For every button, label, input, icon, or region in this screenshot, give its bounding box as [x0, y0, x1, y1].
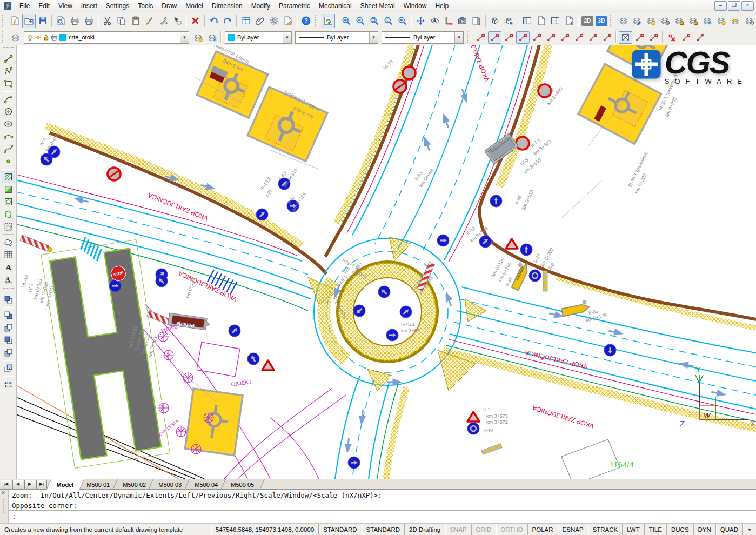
menu-window[interactable]: Window: [399, 1, 431, 11]
snap-none-button[interactable]: [619, 31, 632, 44]
menu-draw[interactable]: Draw: [157, 1, 181, 11]
redo-button[interactable]: [221, 14, 235, 28]
snap-intersection-button[interactable]: [633, 31, 646, 44]
toggle-ducs[interactable]: DUCS: [666, 524, 693, 535]
layer-combo-dropdown[interactable]: ▼: [180, 32, 189, 43]
hatch-button[interactable]: [2, 171, 15, 183]
command-panel-close-icon[interactable]: ✕: [1, 490, 5, 496]
tab-first-button[interactable]: |◀: [1, 480, 11, 489]
snap-center-button[interactable]: [516, 31, 530, 44]
minimize-button[interactable]: –: [714, 1, 727, 11]
layer-freeze-button[interactable]: [700, 14, 714, 28]
copy-button[interactable]: [115, 14, 128, 28]
toggle-grid[interactable]: GRID: [471, 524, 496, 535]
match-properties-button[interactable]: [143, 14, 156, 28]
snap-insertion-button[interactable]: [586, 31, 600, 44]
badge-2d-button[interactable]: 2D: [580, 14, 594, 28]
snap-parallel-button[interactable]: [544, 31, 558, 44]
bring-above-button[interactable]: [2, 322, 15, 334]
toolbar-grip[interactable]: [2, 15, 6, 27]
snap-nearest-button[interactable]: [474, 31, 487, 44]
paste-button[interactable]: [129, 14, 142, 28]
open-button[interactable]: [22, 14, 36, 28]
send-to-back-button[interactable]: [2, 309, 15, 322]
tab-next-button[interactable]: ▶: [24, 480, 35, 489]
toggle-lwt[interactable]: LWT: [622, 524, 644, 535]
cut-button[interactable]: [101, 14, 114, 28]
set-layer-by-entity-button[interactable]: [191, 31, 205, 44]
toggle-strack[interactable]: STRACK: [588, 524, 623, 535]
cad-drawing[interactable]: Y X Z W STOP III-85.1 (osvetljen)km 3+48…: [16, 45, 756, 479]
camera-button[interactable]: [456, 14, 470, 28]
toolbar-grip[interactable]: [3, 47, 14, 51]
print-preview-button[interactable]: [55, 14, 68, 28]
layers-dialog-button[interactable]: [9, 31, 22, 44]
tab-last-button[interactable]: ▶|: [36, 480, 47, 489]
layer-lock-button[interactable]: [672, 14, 686, 28]
tab-prev-button[interactable]: ◀: [12, 480, 23, 489]
snap-node-button[interactable]: [600, 31, 614, 44]
text-style-field[interactable]: STANDARD: [318, 524, 361, 535]
menu-settings[interactable]: Settings: [102, 1, 133, 11]
menu-tools[interactable]: Tools: [133, 1, 157, 11]
menu-mechanical[interactable]: Mechanical: [315, 1, 356, 11]
snap-tracking-button[interactable]: [679, 31, 693, 44]
region-button[interactable]: [2, 208, 15, 220]
lineweight-combo[interactable]: ByLayer ▼: [382, 31, 464, 44]
layer-off-button[interactable]: [658, 14, 672, 28]
named-views-button[interactable]: [470, 14, 483, 28]
single-line-text-button[interactable]: [2, 273, 15, 286]
workspace-field[interactable]: 2D Drafting: [404, 524, 445, 535]
layers-manager-button[interactable]: [617, 14, 630, 28]
paper-space-button[interactable]: [563, 14, 576, 28]
bring-to-front-button[interactable]: [2, 293, 15, 306]
layer-settings-button[interactable]: [742, 14, 756, 28]
layer-on-button[interactable]: [644, 14, 658, 28]
draw-spline-button[interactable]: [2, 143, 15, 155]
settings-button[interactable]: [267, 14, 281, 28]
color-combo-dropdown[interactable]: ▼: [283, 32, 291, 43]
draw-point-button[interactable]: [2, 155, 15, 168]
toolbar-grip[interactable]: [3, 288, 14, 292]
layout-from-template-button[interactable]: [548, 14, 562, 28]
snap-perpendicular-button[interactable]: [530, 31, 544, 44]
sheet-tab-model[interactable]: Model: [46, 479, 85, 490]
toggle-ortho[interactable]: ORTHO: [496, 524, 527, 535]
plot-button[interactable]: [82, 14, 96, 28]
coordinates-readout[interactable]: 547546.5848, 154973.1498, 0.0000: [211, 524, 318, 535]
undo-button[interactable]: [207, 14, 220, 28]
help-button[interactable]: [299, 14, 313, 28]
command-input[interactable]: :: [9, 510, 756, 524]
menu-dimension[interactable]: Dimension: [208, 1, 247, 11]
viewports-button[interactable]: [520, 14, 534, 28]
drawing-explorer-button[interactable]: [239, 14, 253, 28]
toggle-quad[interactable]: QUAD: [715, 524, 742, 535]
draw-circle-button[interactable]: [2, 105, 15, 118]
snap-clear-button[interactable]: [665, 31, 679, 44]
draw-rectangle-button[interactable]: [2, 77, 15, 90]
realtime-motion-button[interactable]: [428, 14, 441, 28]
layer-edit-button[interactable]: [630, 14, 644, 28]
menu-edit[interactable]: Edit: [34, 1, 54, 11]
zoom-out-button[interactable]: [353, 14, 367, 28]
draw-arc-button[interactable]: [2, 93, 15, 105]
gradient-button[interactable]: [2, 183, 15, 196]
toolbar-grip[interactable]: [610, 15, 614, 27]
zoom-window-button[interactable]: [382, 14, 395, 28]
menu-modify[interactable]: Modify: [247, 1, 275, 11]
layer-thaw-button[interactable]: [714, 14, 728, 28]
select-button[interactable]: [171, 14, 184, 28]
text-fit-button[interactable]: [2, 378, 15, 390]
draw-ellipse-arc-button[interactable]: [2, 130, 15, 143]
restore-button[interactable]: ❐: [728, 1, 740, 11]
wipeout-button[interactable]: [2, 220, 15, 233]
layer-unlock-button[interactable]: [686, 14, 700, 28]
toggle-snap[interactable]: SNAP: [445, 524, 471, 535]
color-combo[interactable]: ByLayer ▼: [225, 31, 292, 44]
new-drawing-button[interactable]: [8, 14, 22, 28]
draw-order-group-button[interactable]: [2, 346, 15, 359]
edit-text-button[interactable]: [282, 14, 295, 28]
status-more-arrow[interactable]: ▼: [742, 524, 756, 535]
drawing-canvas[interactable]: Y X Z W STOP III-85.1 (osvetljen)km 3+48…: [16, 45, 756, 479]
toolbar-grip[interactable]: [2, 31, 6, 43]
